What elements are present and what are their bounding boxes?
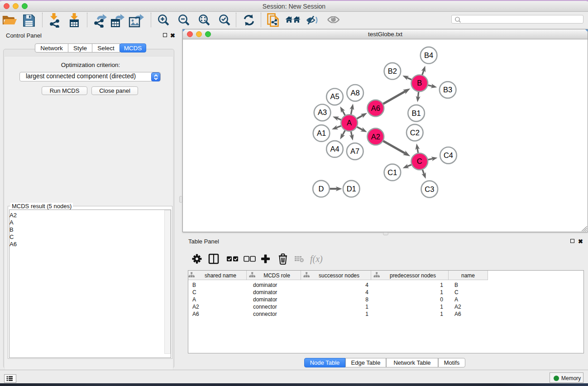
svg-text:A1: A1 [317, 129, 326, 137]
svg-text:C: C [417, 157, 422, 165]
svg-text:D1: D1 [347, 185, 356, 193]
svg-text:A6: A6 [371, 104, 380, 112]
svg-text:A4: A4 [330, 145, 339, 153]
svg-text:A8: A8 [351, 89, 360, 97]
svg-text:B3: B3 [443, 86, 452, 94]
svg-text:C2: C2 [410, 129, 420, 137]
svg-text:B1: B1 [412, 109, 421, 117]
svg-text:f(x): f(x) [310, 254, 323, 264]
svg-text:C1: C1 [387, 168, 397, 176]
svg-text:A5: A5 [330, 92, 339, 100]
svg-text:C4: C4 [444, 151, 453, 159]
svg-text:A3: A3 [318, 108, 327, 116]
svg-text:A2: A2 [371, 133, 380, 141]
svg-text:B: B [417, 79, 422, 87]
svg-text:A7: A7 [350, 147, 359, 155]
svg-text:D: D [319, 185, 324, 193]
svg-text:B2: B2 [388, 67, 397, 75]
svg-text:C3: C3 [425, 185, 434, 193]
svg-text:A: A [347, 119, 352, 127]
svg-text:B4: B4 [424, 51, 433, 59]
